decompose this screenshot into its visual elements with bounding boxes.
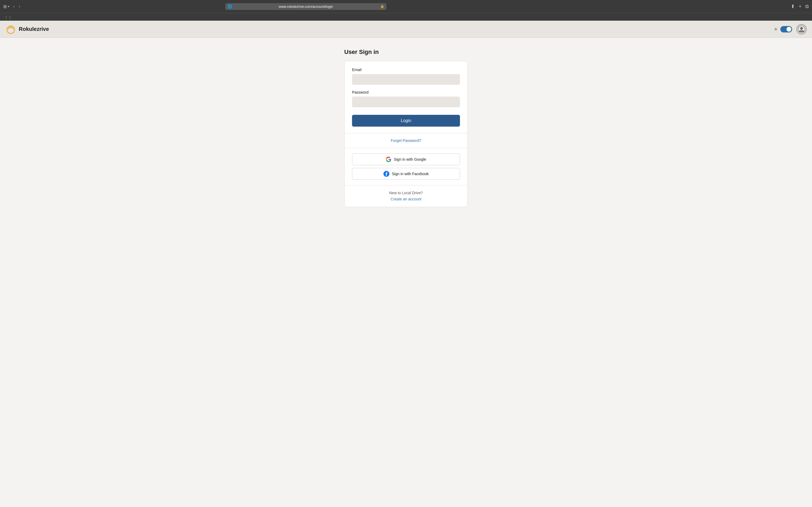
browser-chrome: ⊞ ▾ ‹ › 🌐 🔒 ⬆ + ⧉	[0, 0, 812, 13]
logo-icon	[5, 24, 16, 35]
toggle-knob	[786, 27, 791, 32]
facebook-button-label: Sign in with Facebook	[392, 172, 429, 176]
theme-controls: ☀	[773, 26, 792, 33]
google-signin-button[interactable]: Sign in with Google	[352, 154, 460, 165]
share-button[interactable]: ⬆	[791, 3, 795, 9]
sidebar-icon: ⊞	[3, 4, 7, 9]
google-button-label: Sign in with Google	[394, 157, 426, 162]
user-avatar[interactable]	[797, 24, 807, 34]
theme-toggle[interactable]	[780, 26, 792, 33]
app-title: Rokulezrive	[19, 26, 49, 32]
new-user-text: New to Local Drive?	[352, 191, 460, 195]
nav-arrows: ‹ ›	[11, 3, 22, 9]
browser-actions: ⬆ + ⧉	[791, 3, 809, 9]
lock-icon: 🔒	[380, 5, 384, 8]
tab-bar: ⋮⋮	[0, 13, 812, 21]
tabs-button[interactable]: ⧉	[805, 4, 809, 9]
new-tab-button[interactable]: +	[799, 4, 802, 9]
password-field-group: Password	[352, 90, 460, 107]
email-input[interactable]	[352, 74, 460, 85]
page-title: User Sign in	[344, 49, 378, 56]
site-icon: 🌐	[227, 4, 232, 9]
back-button[interactable]: ‹	[11, 3, 16, 9]
app-header: Rokulezrive ☀	[0, 21, 812, 38]
login-button[interactable]: Login	[352, 115, 460, 127]
header-actions: ☀	[773, 24, 807, 34]
logo-area: Rokulezrive	[5, 24, 49, 35]
forgot-password-section: Forget Password?	[345, 133, 467, 148]
browser-controls: ⊞ ▾	[3, 4, 9, 9]
email-field-group: Email	[352, 68, 460, 85]
url-input[interactable]	[225, 3, 387, 10]
credentials-section: Email Password Login	[345, 61, 467, 133]
password-input[interactable]	[352, 97, 460, 107]
svg-point-2	[800, 27, 803, 30]
tab-grid-icon[interactable]: ⋮⋮	[3, 14, 13, 21]
sun-icon: ☀	[773, 26, 778, 33]
create-account-link[interactable]: Create an account	[391, 197, 421, 201]
avatar-icon	[798, 25, 805, 33]
social-section: Sign in with Google Sign in with Faceboo…	[345, 148, 467, 185]
facebook-signin-button[interactable]: Sign in with Facebook	[352, 168, 460, 180]
signup-section: New to Local Drive? Create an account	[345, 185, 467, 207]
google-icon	[386, 157, 391, 162]
password-label: Password	[352, 90, 460, 95]
address-bar: 🌐 🔒	[225, 3, 387, 10]
forgot-password-link[interactable]: Forget Password?	[391, 138, 421, 143]
chevron-down-icon: ▾	[8, 5, 9, 8]
forward-button[interactable]: ›	[17, 3, 22, 9]
login-card: Email Password Login Forget Password?	[344, 61, 468, 207]
main-content: User Sign in Email Password Login Forget…	[0, 38, 812, 507]
facebook-icon	[384, 171, 389, 177]
sidebar-toggle[interactable]: ⊞ ▾	[3, 4, 9, 9]
email-label: Email	[352, 68, 460, 72]
